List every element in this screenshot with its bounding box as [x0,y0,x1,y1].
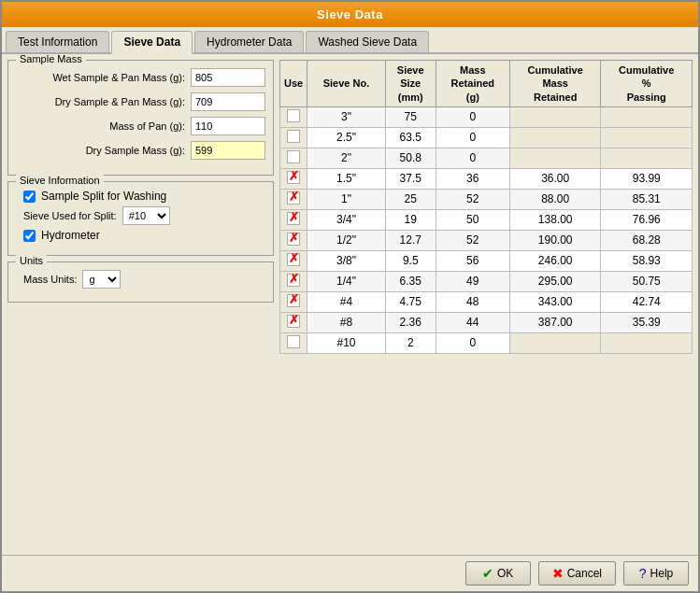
dialog-title: Sieve Data [2,2,698,27]
checked-box[interactable]: ✗ [287,315,300,328]
unchecked-box[interactable] [287,109,300,122]
cum-pct-cell: 50.75 [601,271,693,291]
checked-box[interactable]: ✗ [287,253,300,266]
pan-mass-input[interactable] [191,117,265,135]
size-cell: 63.5 [385,127,436,148]
use-cell[interactable]: ✗ [280,250,307,271]
dry-sample-pan-label: Dry Sample & Pan Mass (g): [16,96,191,107]
use-cell[interactable]: ✗ [280,291,307,312]
tab-hydrometer-data[interactable]: Hydrometer Data [194,31,304,52]
hydrometer-label: Hydrometer [41,229,100,242]
mass-retained-cell: 48 [436,291,509,312]
sieve-no-cell: 3/4" [307,209,386,230]
cum-pct-cell: 93.99 [601,168,693,189]
size-cell: 6.35 [385,271,436,291]
use-cell[interactable]: ✗ [280,209,307,230]
sieve-no-cell: 1" [307,189,386,209]
table-row: ✗#82.3644387.0035.39 [280,312,693,332]
wet-sample-row: Wet Sample & Pan Mass (g): [16,68,265,87]
use-cell[interactable] [280,127,307,148]
sieve-used-label: Sieve Used for Split: [23,210,117,221]
size-cell: 9.5 [385,250,436,271]
checked-box[interactable]: ✗ [287,294,300,307]
sieve-used-select[interactable]: #10 #4 #200 [122,206,170,225]
mass-units-select[interactable]: g kg lbs [82,270,121,289]
cum-mass-cell [509,148,601,168]
unchecked-box[interactable] [287,150,300,163]
use-cell[interactable]: ✗ [280,312,307,332]
sample-split-label: Sample Split for Washing [41,190,166,203]
cum-pct-cell: 85.31 [601,189,693,209]
use-cell[interactable]: ✗ [280,230,307,250]
cum-mass-cell: 246.00 [509,250,601,271]
table-row: ✗1"255288.0085.31 [280,189,693,209]
ok-button[interactable]: ✔ OK [465,561,531,586]
table-row: ✗1.5"37.53636.0093.99 [280,168,693,189]
cum-mass-cell: 387.00 [509,312,601,332]
mass-retained-cell: 0 [436,127,509,148]
checked-box[interactable]: ✗ [287,212,300,225]
mass-retained-cell: 56 [436,250,509,271]
table-row: #1020 [280,332,693,353]
mass-retained-cell: 44 [436,312,509,332]
dry-sample-pan-input[interactable] [191,92,265,111]
use-cell[interactable]: ✗ [280,168,307,189]
unchecked-box[interactable] [287,130,300,143]
mass-units-label: Mass Units: [23,274,77,285]
ok-label: OK [497,567,513,580]
cancel-button[interactable]: ✖ Cancel [538,561,616,586]
use-cell[interactable]: ✗ [280,271,307,291]
hydrometer-row: Hydrometer [16,229,265,242]
sieve-no-cell: 1/2" [307,230,386,250]
mass-retained-cell: 0 [436,332,509,353]
dry-sample-mass-input[interactable] [191,141,265,160]
checked-box[interactable]: ✗ [287,191,300,205]
sieve-no-cell: 3/8" [307,250,386,271]
sample-mass-group: Sample Mass Wet Sample & Pan Mass (g): D… [7,60,274,176]
cum-mass-cell [509,332,601,353]
mass-retained-cell: 0 [436,106,509,127]
use-cell[interactable] [280,332,307,353]
col-cum-mass: CumulativeMassRetained [509,61,601,107]
left-panel: Sample Mass Wet Sample & Pan Mass (g): D… [7,60,274,549]
use-cell[interactable] [280,148,307,168]
table-row: ✗1/4"6.3549295.0050.75 [280,271,693,291]
mass-retained-cell: 36 [436,168,509,189]
use-cell[interactable]: ✗ [280,189,307,209]
wet-sample-input[interactable] [191,68,265,87]
tab-washed-sieve-data[interactable]: Washed Sieve Data [306,31,429,52]
unchecked-box[interactable] [287,335,300,348]
checked-box[interactable]: ✗ [287,274,300,287]
use-cell[interactable] [280,106,307,127]
help-button[interactable]: ? Help [623,561,689,586]
sieve-no-cell: 1.5" [307,168,386,189]
size-cell: 25 [385,189,436,209]
col-use: Use [280,61,307,107]
col-size: SieveSize(mm) [385,61,436,107]
cum-mass-cell: 343.00 [509,291,601,312]
units-title: Units [16,255,47,266]
col-sieve-no: Sieve No. [307,61,386,107]
mass-retained-cell: 50 [436,209,509,230]
size-cell: 4.75 [385,291,436,312]
cum-pct-cell: 35.39 [601,312,693,332]
cum-pct-cell [601,332,693,353]
cancel-icon: ✖ [552,566,564,581]
cum-pct-cell [601,148,693,168]
dialog: Sieve Data Test Information Sieve Data H… [0,0,700,593]
cum-mass-cell [509,127,601,148]
dry-sample-mass-row: Dry Sample Mass (g): [16,141,265,160]
cum-pct-cell [601,106,693,127]
tab-test-information[interactable]: Test Information [6,31,109,52]
sample-split-checkbox[interactable] [23,191,36,203]
content-area: Sample Mass Wet Sample & Pan Mass (g): D… [2,54,698,555]
sieve-info-title: Sieve Information [16,175,104,186]
cum-mass-cell: 88.00 [509,189,601,209]
hydrometer-checkbox[interactable] [23,230,36,242]
size-cell: 19 [385,209,436,230]
checked-box[interactable]: ✗ [287,233,300,246]
tab-sieve-data[interactable]: Sieve Data [111,31,193,54]
sieve-no-cell: #10 [307,332,386,353]
col-mass-retained: MassRetained(g) [436,61,509,107]
checked-box[interactable]: ✗ [287,171,300,184]
